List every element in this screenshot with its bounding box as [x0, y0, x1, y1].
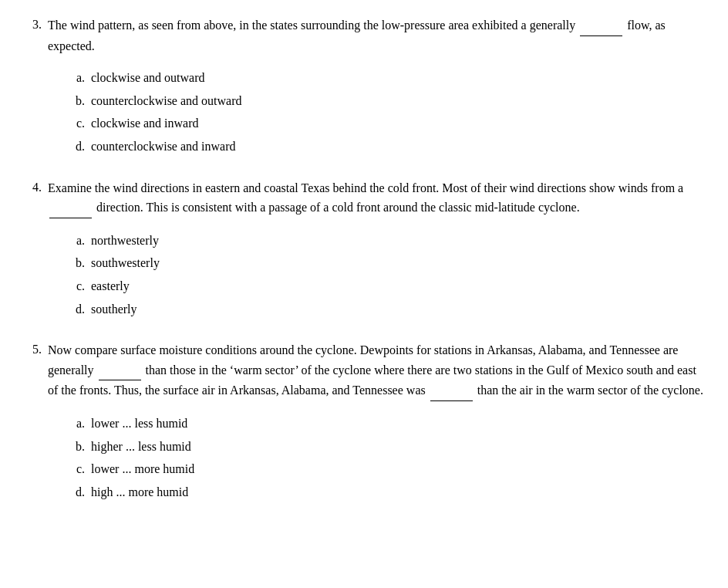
option-letter: c.	[69, 113, 85, 133]
option-letter: b.	[69, 91, 85, 111]
list-item: c. clockwise and inward	[69, 113, 705, 133]
question-4-options: a. northwesterly b. southwesterly c. eas…	[69, 231, 705, 319]
option-letter: d.	[69, 299, 85, 319]
question-4-text-after: direction. This is consistent with a pas…	[96, 201, 580, 214]
question-4-number: 4.	[23, 178, 42, 218]
option-letter: b.	[69, 253, 85, 273]
option-text: counterclockwise and outward	[91, 91, 705, 111]
option-text: lower ... less humid	[91, 414, 705, 434]
question-3: 3. The wind pattern, as seen from above,…	[23, 15, 705, 157]
question-3-number: 3.	[23, 15, 42, 56]
list-item: b. southwesterly	[69, 253, 705, 273]
questions-container: 3. The wind pattern, as seen from above,…	[23, 15, 705, 502]
option-text: higher ... less humid	[91, 437, 705, 457]
option-letter: c.	[69, 276, 85, 296]
list-item: c. lower ... more humid	[69, 459, 705, 479]
question-3-text-before: The wind pattern, as seen from above, in…	[48, 19, 575, 32]
question-3-body: The wind pattern, as seen from above, in…	[48, 15, 705, 56]
list-item: a. lower ... less humid	[69, 414, 705, 434]
question-5-text-after: than the air in the warm sector of the c…	[477, 384, 703, 397]
option-text: easterly	[91, 276, 705, 296]
question-5-blank-1	[99, 360, 141, 381]
option-text: clockwise and outward	[91, 68, 705, 88]
question-5-options: a. lower ... less humid b. higher ... le…	[69, 414, 705, 502]
option-letter: b.	[69, 437, 85, 457]
question-3-options: a. clockwise and outward b. counterclock…	[69, 68, 705, 156]
question-4-text-before: Examine the wind directions in eastern a…	[48, 181, 683, 194]
option-letter: c.	[69, 459, 85, 479]
option-text: counterclockwise and inward	[91, 137, 705, 157]
list-item: b. counterclockwise and outward	[69, 91, 705, 111]
list-item: d. southerly	[69, 299, 705, 319]
question-5-body: Now compare surface moisture conditions …	[48, 340, 705, 401]
list-item: a. northwesterly	[69, 231, 705, 251]
option-letter: a.	[69, 231, 85, 251]
question-5: 5. Now compare surface moisture conditio…	[23, 340, 705, 502]
question-5-number: 5.	[23, 340, 42, 401]
list-item: a. clockwise and outward	[69, 68, 705, 88]
option-text: high ... more humid	[91, 482, 705, 502]
list-item: b. higher ... less humid	[69, 437, 705, 457]
option-text: clockwise and inward	[91, 113, 705, 133]
list-item: d. counterclockwise and inward	[69, 137, 705, 157]
option-letter: a.	[69, 68, 85, 88]
list-item: c. easterly	[69, 276, 705, 296]
option-text: southwesterly	[91, 253, 705, 273]
option-text: northwesterly	[91, 231, 705, 251]
option-letter: a.	[69, 414, 85, 434]
option-letter: d.	[69, 137, 85, 157]
option-text: southerly	[91, 299, 705, 319]
question-3-blank	[580, 15, 622, 36]
question-4-body: Examine the wind directions in eastern a…	[48, 178, 705, 218]
question-4-blank	[49, 198, 92, 218]
option-text: lower ... more humid	[91, 459, 705, 479]
option-letter: d.	[69, 482, 85, 502]
question-4: 4. Examine the wind directions in easter…	[23, 178, 705, 319]
list-item: d. high ... more humid	[69, 482, 705, 502]
question-5-blank-2	[430, 380, 473, 401]
